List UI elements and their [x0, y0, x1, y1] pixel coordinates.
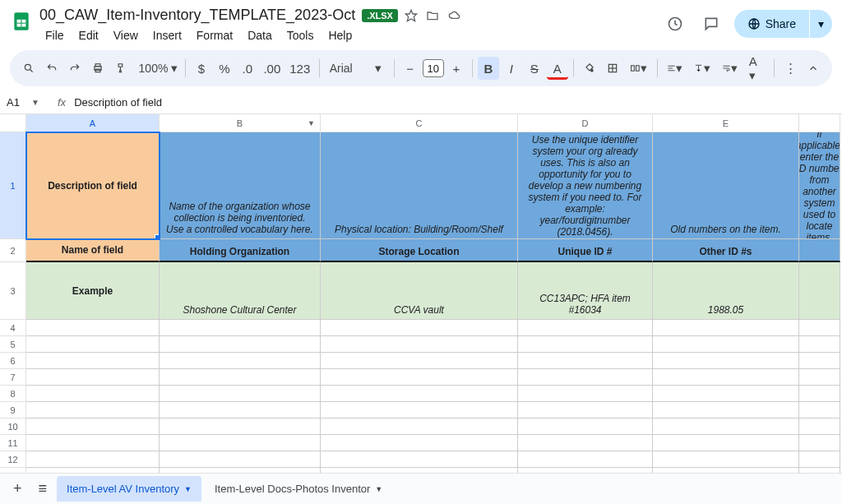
row-head-8[interactable]: 8 [0, 386, 26, 402]
cell[interactable] [518, 336, 653, 353]
halign-button[interactable]: ▾ [662, 57, 687, 80]
cell[interactable] [321, 418, 518, 435]
all-sheets-button[interactable]: ≡ [32, 475, 54, 502]
font-size-decrease[interactable]: − [400, 57, 421, 80]
sheets-logo[interactable] [10, 7, 33, 36]
cell[interactable] [160, 369, 321, 386]
cell[interactable] [160, 336, 321, 353]
decrease-decimal-icon[interactable]: .0 [237, 57, 258, 80]
cell[interactable] [321, 336, 518, 353]
font-size-input[interactable]: 10 [423, 59, 444, 77]
percent-icon[interactable]: % [214, 57, 235, 80]
more-icon[interactable]: ⋮ [780, 57, 801, 80]
increase-decimal-icon[interactable]: .00 [260, 57, 285, 80]
cell-f1[interactable]: If applicable, enter the ID number from … [799, 132, 840, 239]
cell[interactable] [653, 369, 799, 386]
merge-button[interactable]: ▾ [625, 57, 652, 80]
cell[interactable] [26, 353, 160, 369]
menu-tools[interactable]: Tools [281, 25, 320, 45]
doc-title[interactable]: 00_CAW_Item-Inventory_TEMPLATE_2023-Oct [39, 7, 355, 24]
row-head-7[interactable]: 7 [0, 369, 26, 386]
cell[interactable] [518, 418, 653, 435]
col-head-a[interactable]: A [26, 114, 160, 132]
cell[interactable] [160, 353, 321, 369]
cell-f3[interactable] [799, 262, 840, 320]
col-head-c[interactable]: C [321, 114, 518, 132]
menu-data[interactable]: Data [242, 25, 278, 45]
col-head-d[interactable]: D [518, 114, 653, 132]
select-all-corner[interactable] [0, 114, 26, 132]
borders-button[interactable] [602, 57, 623, 80]
cell[interactable] [518, 402, 653, 418]
cell[interactable] [26, 336, 160, 353]
cell[interactable] [799, 369, 840, 386]
cell[interactable] [653, 435, 799, 451]
more-formats[interactable]: 123 [286, 57, 314, 80]
cell[interactable] [799, 336, 840, 353]
sheet-tab[interactable]: Item-Level Docs-Photos Inventor ▼ [205, 476, 392, 502]
row-head-9[interactable]: 9 [0, 402, 26, 418]
row-head-1[interactable]: 1 [0, 132, 26, 239]
zoom-select[interactable]: 100% ▾ [133, 57, 180, 80]
col-head-e[interactable]: E [653, 114, 799, 132]
cell-d2[interactable]: Unique ID # [518, 239, 653, 262]
cell[interactable] [653, 336, 799, 353]
row-head-11[interactable]: 11 [0, 435, 26, 451]
italic-button[interactable]: I [501, 57, 522, 80]
cell[interactable] [26, 402, 160, 418]
collapse-toolbar-icon[interactable] [803, 57, 824, 80]
cell[interactable] [321, 451, 518, 468]
formula-input[interactable]: Description of field [74, 96, 842, 109]
redo-icon[interactable] [64, 57, 86, 80]
print-icon[interactable] [87, 57, 109, 80]
cell-f2[interactable] [799, 239, 840, 262]
cell[interactable] [653, 386, 799, 402]
row-head-3[interactable]: 3 [0, 262, 26, 320]
cell[interactable] [799, 435, 840, 451]
cell-c3[interactable]: CCVA vault [321, 262, 518, 320]
col-head-f[interactable] [799, 114, 840, 132]
cell[interactable] [321, 386, 518, 402]
cell-d1[interactable]: Use the unique identifier system your or… [518, 132, 653, 239]
chevron-down-icon[interactable]: ▼ [375, 485, 382, 493]
cell[interactable] [799, 353, 840, 369]
menu-help[interactable]: Help [322, 25, 358, 45]
menu-view[interactable]: View [108, 25, 144, 45]
cloud-icon[interactable] [447, 9, 462, 22]
cell[interactable] [653, 418, 799, 435]
text-color-button[interactable]: A [547, 57, 568, 80]
cell[interactable] [26, 418, 160, 435]
strikethrough-button[interactable]: S [524, 57, 545, 80]
cell-d3[interactable]: CC13APC; HFA item #16034 [518, 262, 653, 320]
valign-button[interactable]: ▾ [689, 57, 715, 80]
cell[interactable] [518, 451, 653, 468]
cell[interactable] [160, 418, 321, 435]
cell-c2[interactable]: Storage Location [321, 239, 518, 262]
cell[interactable] [321, 402, 518, 418]
cell-a3[interactable]: Example [26, 262, 160, 320]
share-caret[interactable]: ▾ [810, 10, 832, 38]
move-icon[interactable] [426, 9, 439, 22]
cell[interactable] [26, 435, 160, 451]
cell[interactable] [799, 320, 840, 336]
menu-insert[interactable]: Insert [147, 25, 187, 45]
sheet-tab-active[interactable]: Item-Level AV Inventory ▼ [57, 476, 201, 502]
chevron-down-icon[interactable]: ▼ [31, 98, 39, 107]
comment-icon[interactable] [698, 11, 724, 37]
cell[interactable] [653, 320, 799, 336]
cell[interactable] [26, 369, 160, 386]
cell-e3[interactable]: 1988.05 [653, 262, 799, 320]
fill-color-button[interactable] [579, 57, 600, 80]
row-head-12[interactable]: 12 [0, 451, 26, 468]
cell[interactable] [321, 353, 518, 369]
cell-b3[interactable]: Shoshone Cultural Center [160, 262, 321, 320]
cell-b1[interactable]: Name of the organization whose collectio… [160, 132, 321, 239]
cell[interactable] [26, 386, 160, 402]
cell[interactable] [518, 386, 653, 402]
share-button[interactable]: Share [734, 10, 809, 38]
row-head-10[interactable]: 10 [0, 418, 26, 435]
chevron-down-icon[interactable]: ▼ [184, 485, 192, 493]
cell[interactable] [160, 435, 321, 451]
cell[interactable] [321, 435, 518, 451]
name-box[interactable]: A1 ▼ [0, 96, 49, 109]
